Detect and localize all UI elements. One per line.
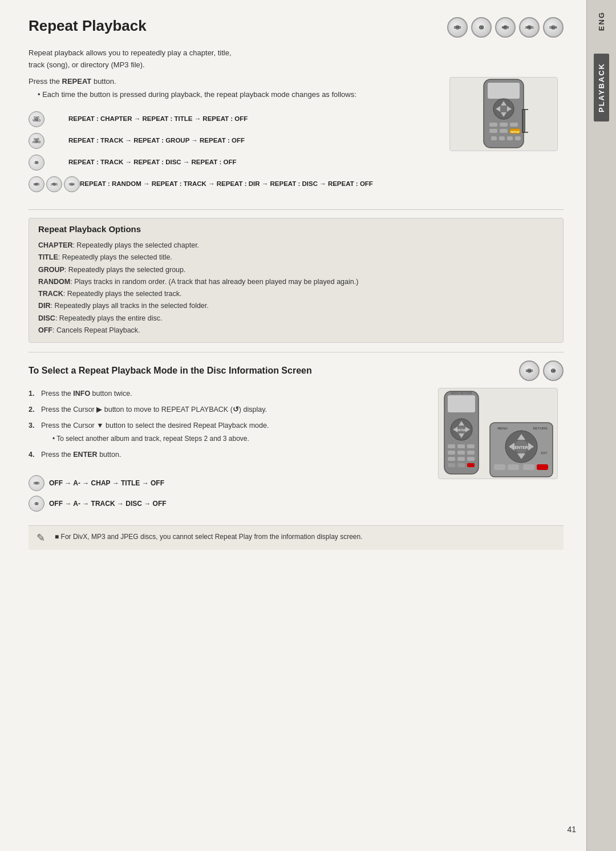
step-1: 1. Press the INFO button twice. — [29, 388, 427, 399]
seq-icon-group-2: DVDAUDIO — [29, 133, 68, 149]
page-title: Repeat Playback — [29, 17, 147, 35]
step-num-2: 2. — [29, 404, 38, 415]
svg-text:RETURN: RETURN — [533, 427, 548, 430]
svg-rect-41 — [457, 463, 465, 467]
note-icon: ✎ — [37, 532, 49, 544]
seq-text-1: REPEAT : CHAPTER → REPEAT : TITLE → REPE… — [68, 111, 248, 124]
remote-svg-2: ENTER — [439, 388, 558, 479]
svg-rect-35 — [457, 451, 465, 455]
remote-image-right: REPEAT — [449, 77, 564, 151]
option-off: OFF: Cancels Repeat Playback. — [38, 325, 554, 337]
step-num-3: 3. — [29, 420, 38, 444]
off-seq-row-cd: CD OFF → A- → TRACK → DISC → OFF — [29, 496, 427, 512]
step-content-2: Press the Cursor ▶ button to move to REP… — [41, 404, 427, 415]
step-num-4: 4. — [29, 449, 38, 460]
cd-icon-s2: CD — [543, 360, 564, 381]
off-seq-row-dvd: DVD OFF → A- → CHAP → TITLE → OFF — [29, 475, 427, 491]
remote-image-2: ENTER — [438, 388, 558, 479]
step-content-1: Press the INFO button twice. — [41, 388, 427, 399]
section2-title: To Select a Repeat Playback Mode in the … — [29, 366, 519, 376]
option-dir: DIR: Repeatedly plays all tracks in the … — [38, 300, 554, 312]
svg-text:ENTER: ENTER — [457, 428, 467, 432]
svg-text:EXIT: EXIT — [541, 451, 547, 455]
svg-rect-32 — [457, 444, 465, 448]
seq-row-mp3-jpeg-divx: MP3 JPEG DivX REPEAT : RANDOM → REPEAT :… — [29, 176, 438, 192]
dvd-icon-s2: DVD — [519, 360, 540, 381]
steps-right: ENTER — [438, 388, 564, 479]
svg-text:REPEAT: REPEAT — [510, 131, 520, 133]
press-text: Press the REPEAT button. — [29, 77, 438, 86]
options-list: CHAPTER: Repeatedly plays the selected c… — [38, 240, 554, 337]
svg-text:ENTER: ENTER — [514, 445, 528, 449]
option-title: TITLE: Repeatedly plays the selected tit… — [38, 252, 554, 264]
svg-rect-34 — [448, 451, 455, 455]
svg-rect-55 — [537, 464, 548, 470]
step-3: 3. Press the Cursor ▼ button to select t… — [29, 420, 427, 444]
svg-rect-39 — [467, 457, 475, 461]
divider-2 — [29, 352, 564, 352]
seq-icon-group-1: DVDVIDEO — [29, 111, 68, 127]
seq-row-cd: CD REPEAT : TRACK → REPEAT : DISC → REPE… — [29, 155, 438, 171]
page-number: 41 — [567, 825, 576, 834]
seq-text-4: REPEAT : RANDOM → REPEAT : TRACK → REPEA… — [80, 176, 373, 189]
step-num-1: 1. — [29, 388, 38, 399]
remote-image: REPEAT — [449, 77, 558, 151]
steps-container: 1. Press the INFO button twice. 2. Press… — [29, 388, 564, 516]
remote-svg: REPEAT — [452, 78, 555, 149]
cd-seq-icon: CD — [29, 496, 44, 512]
repeat-left: Press the REPEAT button. • Each time the… — [29, 77, 438, 198]
svg-rect-17 — [507, 136, 513, 140]
svg-rect-53 — [508, 464, 519, 470]
options-box: Repeat Playback Options CHAPTER: Repeate… — [29, 218, 564, 343]
option-track: TRACK: Repeatedly plays the selected tra… — [38, 288, 554, 300]
main-content: Repeat Playback DVD CD MP3 JPEG DivX Rep… — [0, 0, 586, 851]
step-content-4: Press the ENTER button. — [41, 449, 427, 460]
svg-rect-40 — [448, 463, 455, 467]
seq-text-3: REPEAT : TRACK → REPEAT : DISC → REPEAT … — [68, 155, 237, 167]
cd-mini-icon: CD — [29, 155, 44, 171]
dvd-seq-icon: DVD — [29, 475, 44, 491]
off-seq-text-dvd: OFF → A- → CHAP → TITLE → OFF — [49, 479, 164, 487]
option-random: RANDOM: Plays tracks in random order. (A… — [38, 276, 554, 288]
svg-point-3 — [499, 104, 508, 114]
jpeg-mini-icon: JPEG — [46, 176, 62, 192]
svg-rect-38 — [457, 457, 465, 461]
step-4: 4. Press the ENTER button. — [29, 449, 427, 460]
steps-left: 1. Press the INFO button twice. 2. Press… — [29, 388, 427, 516]
svg-text:MENU        RETURN: MENU RETURN — [451, 391, 472, 395]
disc-icons-top: DVD CD MP3 JPEG DivX — [447, 17, 564, 38]
svg-rect-36 — [467, 451, 475, 455]
page-container: Repeat Playback DVD CD MP3 JPEG DivX Rep… — [0, 0, 616, 851]
step-2: 2. Press the Cursor ▶ button to move to … — [29, 404, 427, 415]
playback-tab: PLAYBACK — [594, 54, 609, 121]
option-group: GROUP: Repeatedly plays the selected gro… — [38, 264, 554, 276]
repeat-sequences-container: Press the REPEAT button. • Each time the… — [29, 77, 564, 198]
seq-row-dvd-audio: DVDAUDIO REPEAT : TRACK → REPEAT : GROUP… — [29, 133, 438, 149]
jpeg-icon: JPEG — [519, 17, 540, 38]
svg-rect-54 — [523, 464, 534, 470]
right-sidebar: ENG PLAYBACK — [586, 0, 616, 851]
option-disc: DISC: Repeatedly plays the entire disc. — [38, 313, 554, 325]
divider-1 — [29, 209, 564, 210]
mp3-mini-icon: MP3 — [29, 176, 44, 192]
seq-row-dvd-video: DVDVIDEO REPEAT : CHAPTER → REPEAT : TIT… — [29, 111, 438, 127]
section2-icons: DVD CD — [519, 360, 564, 381]
seq-text-2: REPEAT : TRACK → REPEAT : GROUP → REPEAT… — [68, 133, 245, 145]
svg-rect-16 — [499, 136, 505, 140]
svg-rect-23 — [448, 395, 475, 412]
divx-icon: DivX — [543, 17, 564, 38]
note-box: ✎ ■ For DivX, MP3 and JPEG discs, you ca… — [29, 525, 564, 550]
cd-icon: CD — [471, 17, 492, 38]
off-seq-text-cd: OFF → A- → TRACK → DISC → OFF — [49, 500, 167, 508]
svg-rect-14 — [500, 129, 508, 133]
svg-rect-18 — [515, 136, 521, 140]
svg-rect-9 — [500, 123, 508, 127]
dvd-audio-mini-icon: DVDAUDIO — [29, 133, 44, 149]
divx-mini-icon: DivX — [64, 176, 80, 192]
svg-rect-33 — [467, 444, 475, 448]
svg-rect-31 — [448, 444, 455, 448]
title-row: Repeat Playback DVD CD MP3 JPEG DivX — [29, 17, 564, 40]
intro-text: Repeat playback allows you to repeatedly… — [29, 47, 564, 71]
svg-rect-52 — [494, 464, 505, 470]
step-3-bullet: • To select another album and track, rep… — [52, 433, 427, 444]
